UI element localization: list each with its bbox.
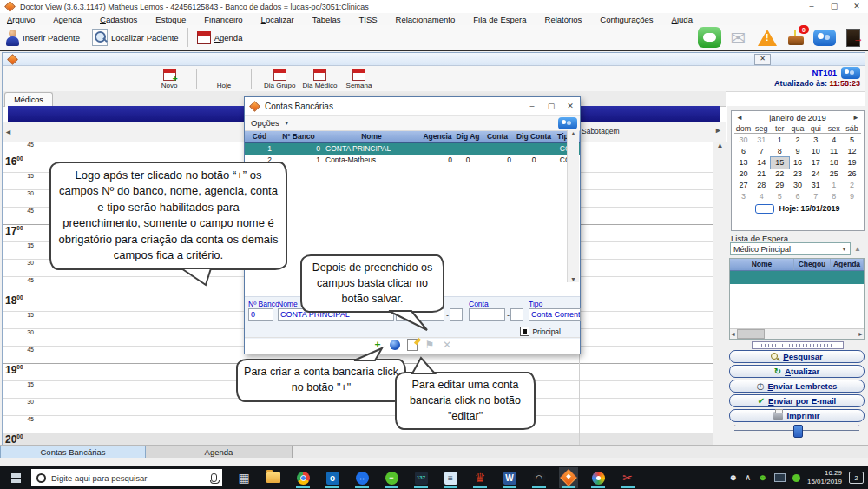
calendar-day[interactable]: 23 <box>789 169 807 180</box>
novo-button[interactable]: Novo <box>155 69 184 91</box>
dialog-maximize-button[interactable]: ▢ <box>542 98 561 115</box>
principal-checkbox[interactable]: Principal <box>520 327 561 336</box>
word-icon[interactable]: W <box>500 467 519 488</box>
scroll-right-icon[interactable]: ► <box>714 126 722 135</box>
calendar-day[interactable]: 25 <box>825 169 843 180</box>
waitlist-column-nome[interactable]: Nome <box>730 259 794 270</box>
calendar-day[interactable]: 30 <box>789 180 807 191</box>
collapse-up-icon[interactable]: ▲ <box>854 245 861 253</box>
waitlist-column-agenda[interactable]: Agenda <box>831 259 864 270</box>
contacts-icon[interactable] <box>812 27 836 48</box>
calendar-day[interactable]: 24 <box>806 169 825 180</box>
minimize-button[interactable]: – <box>800 0 823 13</box>
scroll-left-icon[interactable]: ◄ <box>4 126 13 138</box>
calendar-day[interactable]: 31 <box>753 135 771 146</box>
bank-account-row[interactable]: 21Conta-Matheus0000CC <box>245 155 580 166</box>
chat-icon[interactable] <box>698 27 721 48</box>
calendar-day[interactable]: 7 <box>806 191 825 202</box>
maximize-button[interactable]: ▢ <box>823 0 845 13</box>
column-header-dig-conta[interactable]: Dig Conta <box>514 131 554 142</box>
calendar-prev-icon[interactable]: ◄ <box>736 114 743 122</box>
calendar-day[interactable]: 29 <box>771 180 789 191</box>
logout-icon[interactable]: → <box>841 27 865 48</box>
edit-button[interactable] <box>406 339 418 351</box>
snipping-tool-icon[interactable]: ✂ <box>618 467 637 488</box>
calendar-day[interactable]: 7 <box>753 146 771 157</box>
menu-ajuda[interactable]: Ajuda <box>672 15 693 24</box>
menu-fila-de-espera[interactable]: Fila de Espera <box>473 15 526 24</box>
teamviewer-icon[interactable]: ↔ <box>352 467 372 488</box>
calendar-day[interactable]: 9 <box>789 146 807 157</box>
waitlist-hscrollbar[interactable]: ◄ ► <box>730 328 864 339</box>
calendar-day[interactable]: 6 <box>734 146 753 157</box>
calendar-day[interactable]: 12 <box>843 146 861 157</box>
dialog-minimize-button[interactable]: – <box>523 98 542 115</box>
dig-agencia-field[interactable] <box>450 308 463 321</box>
calendar-day[interactable]: 21 <box>753 169 771 180</box>
taskbar-clock[interactable]: 16:29 15/01/2019 <box>807 469 842 486</box>
outlook-icon[interactable]: o <box>323 467 342 488</box>
column-header-c-d[interactable]: Cód <box>245 131 274 142</box>
alert-icon[interactable]: ! <box>755 27 779 48</box>
menu-relacionamento[interactable]: Relacionamento <box>396 15 456 24</box>
birthday-icon[interactable]: 0 <box>784 27 807 48</box>
maxthon-icon[interactable]: ♛ <box>470 467 490 488</box>
tab-medicos[interactable]: Médicos <box>4 92 53 107</box>
scroll-down-icon[interactable]: ▼ <box>570 276 576 282</box>
slider-handle[interactable] <box>793 425 803 438</box>
people-icon[interactable]: ☻ <box>729 473 739 482</box>
tray-chevron-up-icon[interactable]: ∧ <box>745 473 751 482</box>
calendar-today[interactable]: Hoje: 15/01/2019 <box>732 202 864 215</box>
calendar-day[interactable]: 8 <box>825 191 843 202</box>
chrome-icon[interactable] <box>293 467 312 488</box>
calendar-day[interactable]: 11 <box>825 146 843 157</box>
tray-status-icon[interactable] <box>792 474 800 482</box>
scroll-right-icon[interactable]: ► <box>858 331 864 337</box>
task-view-icon[interactable]: ▦ <box>234 467 253 488</box>
atualizar-button[interactable]: ↻Atualizar <box>729 365 865 378</box>
hoje-button[interactable]: Hoje <box>209 82 239 91</box>
tab-agenda[interactable]: Agenda <box>146 446 293 459</box>
calendar-day[interactable]: 28 <box>753 180 771 191</box>
pesquisar-button[interactable]: Pesquisar <box>729 350 865 363</box>
enviar-lembretes-button[interactable]: ◷Enviar Lembretes <box>729 380 865 393</box>
calendar-day[interactable]: 14 <box>753 157 771 169</box>
agenda-button[interactable]: Agenda <box>191 25 249 50</box>
menu-tabelas[interactable]: Tabelas <box>312 15 341 24</box>
notification-center-icon[interactable]: 2 <box>849 472 864 484</box>
calendar-day[interactable]: 9 <box>843 191 861 202</box>
imprimir-button[interactable]: Imprimir <box>729 409 865 422</box>
calendar-day[interactable]: 13 <box>734 157 753 169</box>
calendar-day[interactable]: 3 <box>734 191 753 202</box>
insert-patient-button[interactable]: Inserir Paciente <box>0 25 86 50</box>
waitlist-selected-row[interactable] <box>730 271 864 284</box>
calendar-day[interactable]: 22 <box>771 169 789 180</box>
start-button[interactable] <box>0 466 31 489</box>
calendar-day[interactable]: 4 <box>825 135 843 146</box>
close-button[interactable]: ✕ <box>845 0 868 13</box>
menu-configurações[interactable]: Configurações <box>600 15 653 24</box>
column-header-conta[interactable]: Conta <box>481 131 514 142</box>
calendar-day[interactable]: 4 <box>753 191 771 202</box>
calendar-day[interactable]: 15 <box>771 157 789 169</box>
calendar-next-icon[interactable]: ► <box>852 114 859 122</box>
menu-agenda[interactable]: Agenda <box>53 15 82 24</box>
netclass-icon[interactable]: ◠ <box>529 467 549 488</box>
column-header-agencia[interactable]: Agencia <box>420 131 455 142</box>
menu-arquivo[interactable]: Arquivo <box>7 15 35 24</box>
dig-conta-field[interactable] <box>510 308 523 321</box>
calendar-day[interactable]: 30 <box>734 135 753 146</box>
menu-localizar[interactable]: Localizar <box>261 15 294 24</box>
calendar-day[interactable]: 16 <box>789 157 807 169</box>
calendar-day[interactable]: 20 <box>734 169 753 180</box>
calendar-day[interactable]: 1 <box>771 135 789 146</box>
agenda-window-close-button[interactable]: ✕ <box>754 54 771 65</box>
waitlist-filter-select[interactable]: Médico Principal ▼ <box>730 242 851 255</box>
calendar-day[interactable]: 31 <box>806 180 825 191</box>
calendar-day[interactable]: 2 <box>843 180 861 191</box>
tray-monitor-icon[interactable] <box>774 473 786 482</box>
dia-medico-button[interactable]: Dia Médico <box>302 69 337 91</box>
calendar-day[interactable]: 5 <box>843 135 861 146</box>
enviar-email-button[interactable]: ✔Enviar por E-mail <box>729 394 865 407</box>
tab-contas-bancarias[interactable]: Contas Bancárias <box>0 446 146 459</box>
